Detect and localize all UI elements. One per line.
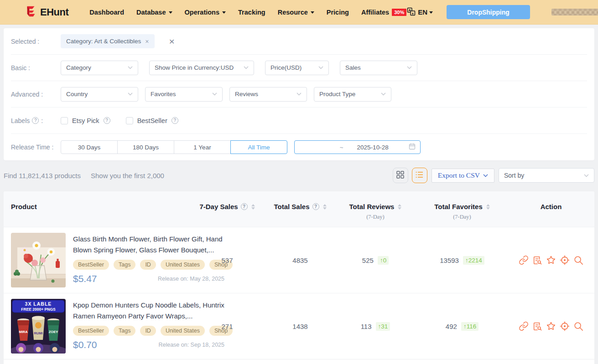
sort-arrows[interactable] xyxy=(323,204,327,210)
brand-logo[interactable]: EHunt xyxy=(25,5,68,20)
results-shown: Show you the first 2,000 xyxy=(91,172,164,179)
release-1year-button[interactable]: 1 Year xyxy=(174,140,231,154)
country-select[interactable]: Country xyxy=(61,87,138,102)
cell-actions xyxy=(508,321,594,331)
question-icon[interactable]: ? xyxy=(241,203,248,210)
price-select[interactable]: Price(USD) xyxy=(265,61,329,75)
nav-dashboard[interactable]: Dashboard xyxy=(89,9,124,16)
reviews-change-badge: ↑0 xyxy=(378,256,389,265)
product-title[interactable]: Glass Birth Month Flower, Birth Flower G… xyxy=(73,234,224,256)
nav-affiliates[interactable]: Affiliates30% xyxy=(361,9,406,16)
labels-label: Labels ? : xyxy=(11,117,61,124)
question-icon[interactable]: ? xyxy=(104,117,110,124)
calendar-icon xyxy=(409,143,416,151)
track-target-icon[interactable] xyxy=(560,321,570,331)
header-sub-7day: (7-Day) xyxy=(366,214,385,220)
category-select[interactable]: Category xyxy=(61,61,138,75)
checkbox[interactable] xyxy=(126,117,133,124)
sales-select[interactable]: Sales xyxy=(340,61,417,75)
currency-select[interactable]: Show Price in Currency:USD xyxy=(149,61,254,75)
track-target-icon[interactable] xyxy=(560,255,570,265)
language-switcher[interactable]: A x EN xyxy=(406,7,433,18)
results-toolbar: Find 11,821,413 products Show you the fi… xyxy=(4,168,594,183)
copy-link-icon[interactable] xyxy=(519,321,529,331)
search-similar-icon[interactable] xyxy=(573,255,583,265)
nav-operations[interactable]: Operations xyxy=(185,9,226,16)
question-icon[interactable]: ? xyxy=(312,203,319,210)
affiliate-discount-badge: 30% xyxy=(392,9,406,16)
nav-menu: Dashboard Database Operations Tracking R… xyxy=(89,9,406,16)
nav-database[interactable]: Database xyxy=(136,9,172,16)
chevron-down-icon xyxy=(483,174,488,177)
table-row: MIRA RUMI ZOEY 3X LABLE FREE 2000+ PNGS … xyxy=(4,293,594,359)
badge-id[interactable]: ID xyxy=(140,326,156,336)
sort-arrows[interactable] xyxy=(398,204,401,210)
chevron-down-icon xyxy=(128,66,133,69)
sort-arrows[interactable] xyxy=(486,204,490,210)
chevron-down-icon xyxy=(296,92,302,96)
chevron-down-icon xyxy=(381,92,386,96)
badge-id[interactable]: ID xyxy=(140,260,156,270)
nav-tracking[interactable]: Tracking xyxy=(238,9,265,16)
badge-bestseller[interactable]: BestSeller xyxy=(73,260,109,270)
user-account-blurred[interactable] xyxy=(551,9,598,15)
export-csv-button[interactable]: Export to CSV xyxy=(432,169,494,183)
release-alltime-button[interactable]: All Time xyxy=(230,140,287,154)
grid-view-icon xyxy=(396,171,404,180)
bestseller-checkbox[interactable]: BestSeller ? xyxy=(126,117,178,124)
dropshipping-button[interactable]: DropShipping xyxy=(447,5,530,19)
release-180days-button[interactable]: 180 Days xyxy=(117,140,174,154)
search-similar-icon[interactable] xyxy=(573,321,583,331)
translate-icon: A x xyxy=(406,7,416,18)
question-icon[interactable]: ? xyxy=(32,117,39,124)
favorite-star-icon[interactable] xyxy=(546,255,556,265)
release-end-date: 2025-10-28 xyxy=(357,144,389,151)
checkbox[interactable] xyxy=(61,117,68,124)
labels-filters-row: Labels ? : Etsy Pick ? BestSeller ? xyxy=(11,108,587,134)
release-30days-button[interactable]: 30 Days xyxy=(61,140,118,154)
header-7day-sales[interactable]: 7-Day Sales ? xyxy=(188,203,266,210)
clear-all-filters-icon[interactable]: × xyxy=(169,36,175,46)
etsy-pick-checkbox[interactable]: Etsy Pick ? xyxy=(61,117,110,124)
results-count: Find 11,821,413 products xyxy=(4,172,81,179)
copy-link-icon[interactable] xyxy=(519,255,529,265)
reviews-change-badge: ↑31 xyxy=(376,322,390,331)
header-total-reviews[interactable]: Total Reviews (7-Day) xyxy=(334,203,416,220)
badge-tags[interactable]: Tags xyxy=(114,326,135,336)
question-icon[interactable]: ? xyxy=(172,117,178,124)
product-image[interactable] xyxy=(11,233,66,287)
selected-filter-tag[interactable]: Category: Art & Collectibles × xyxy=(61,34,155,48)
favorite-star-icon[interactable] xyxy=(546,321,556,331)
header-total-sales[interactable]: Total Sales ? xyxy=(266,203,334,210)
listing-detail-icon[interactable] xyxy=(532,255,542,265)
listing-detail-icon[interactable] xyxy=(532,321,542,331)
ehunt-logo-icon xyxy=(25,5,38,20)
grid-view-button[interactable] xyxy=(393,168,408,183)
header-sub-7day: (7-Day) xyxy=(453,214,471,220)
header-total-favorites[interactable]: Total Favorites (7-Day) xyxy=(416,203,508,220)
sort-arrows[interactable] xyxy=(251,204,255,210)
selected-label: Selected : xyxy=(11,38,61,45)
cell-7day-sales: 271 xyxy=(188,323,266,330)
nav-pricing[interactable]: Pricing xyxy=(327,9,349,16)
chevron-down-icon xyxy=(212,92,217,96)
svg-text:3X LABLE: 3X LABLE xyxy=(25,301,52,307)
badge-bestseller[interactable]: BestSeller xyxy=(73,326,109,336)
nav-resource[interactable]: Resource xyxy=(278,9,314,16)
remove-tag-icon[interactable]: × xyxy=(145,38,149,45)
list-view-button[interactable] xyxy=(412,168,427,183)
product-image[interactable]: MIRA RUMI ZOEY 3X LABLE FREE 2000+ PNGS xyxy=(11,299,66,354)
table-header: Product 7-Day Sales ? Total Sales ? Tota… xyxy=(4,191,594,227)
brand-name: EHunt xyxy=(40,6,68,18)
basic-label: Basic : xyxy=(11,64,61,72)
cell-total-favorites: 492 ↑116 xyxy=(416,322,508,331)
release-date: Release on: Sep 18, 2025 xyxy=(158,342,224,348)
sort-by-select[interactable]: Sort by xyxy=(499,168,594,183)
badge-tags[interactable]: Tags xyxy=(114,260,135,270)
release-date-range-picker[interactable]: ~ 2025-10-28 xyxy=(294,140,421,154)
favorites-select[interactable]: Favorites xyxy=(145,87,223,102)
reviews-select[interactable]: Reviews xyxy=(229,87,307,102)
product-type-select[interactable]: Product Type xyxy=(314,87,391,102)
product-title[interactable]: Kpop Demon Hunters Cup Noodle Labels, Hu… xyxy=(73,300,224,322)
cell-7day-sales: 537 xyxy=(188,256,266,264)
